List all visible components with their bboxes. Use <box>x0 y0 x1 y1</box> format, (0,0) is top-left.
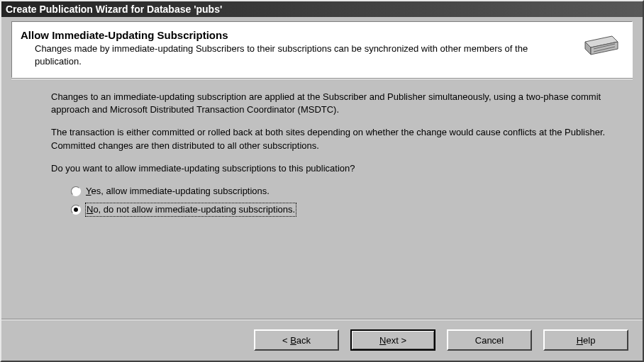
button-row: < Back Next > Cancel Help <box>1 319 643 361</box>
back-button[interactable]: < Back <box>254 329 339 351</box>
header-panel: Allow Immediate-Updating Subscriptions C… <box>11 21 633 78</box>
content-area: Changes to an immediate-updating subscri… <box>1 79 643 319</box>
page-description: Changes made by immediate-updating Subsc… <box>35 43 570 67</box>
radio-label-no: No, do not allow immediate-updating subs… <box>86 203 296 216</box>
help-button[interactable]: Help <box>543 329 628 351</box>
question-text: Do you want to allow immediate-updating … <box>51 162 614 175</box>
radio-option-no[interactable]: No, do not allow immediate-updating subs… <box>71 203 614 216</box>
header-text: Allow Immediate-Updating Subscriptions C… <box>21 29 570 67</box>
next-button[interactable]: Next > <box>350 329 435 351</box>
radio-option-yes[interactable]: Yes, allow immediate-updating subscripti… <box>71 185 614 198</box>
radio-icon <box>71 186 81 196</box>
paragraph-1: Changes to an immediate-updating subscri… <box>51 91 614 116</box>
wizard-window: Create Publication Wizard for Database '… <box>0 0 644 362</box>
radio-group: Yes, allow immediate-updating subscripti… <box>71 185 614 216</box>
radio-icon <box>71 205 81 215</box>
page-title: Allow Immediate-Updating Subscriptions <box>21 29 570 41</box>
titlebar: Create Publication Wizard for Database '… <box>1 1 643 17</box>
cancel-button[interactable]: Cancel <box>447 329 532 351</box>
radio-label-yes: Yes, allow immediate-updating subscripti… <box>86 185 270 198</box>
paragraph-2: The transaction is either committed or r… <box>51 126 614 152</box>
server-icon <box>578 30 621 59</box>
